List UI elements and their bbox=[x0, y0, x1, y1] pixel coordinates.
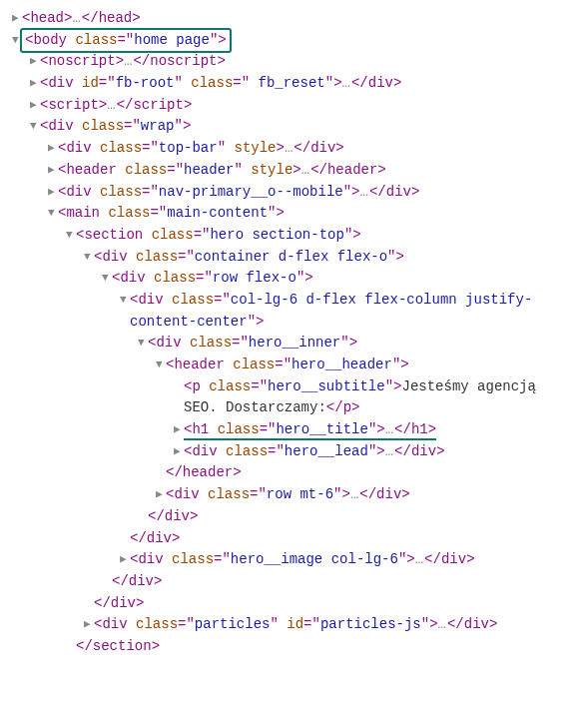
dom-close-tag[interactable]: </div> bbox=[12, 593, 576, 615]
attr-value: hero section-top bbox=[210, 227, 343, 243]
ellipsis: … bbox=[415, 551, 424, 567]
dom-node[interactable]: <div class="row mt-6">…</div> bbox=[12, 484, 576, 506]
ellipsis: … bbox=[72, 10, 81, 26]
collapse-icon[interactable] bbox=[102, 270, 112, 287]
collapse-icon[interactable] bbox=[12, 32, 22, 49]
attr-value: fb_reset bbox=[250, 75, 325, 91]
dom-node[interactable]: <div class="nav-primary__o--mobile">…</d… bbox=[12, 182, 576, 204]
tag-name: div bbox=[174, 486, 199, 502]
attr-value: hero__header bbox=[292, 357, 392, 372]
attr-name: style bbox=[234, 140, 276, 156]
dom-node[interactable]: <div class="wrap"> bbox=[12, 116, 576, 138]
collapse-icon[interactable] bbox=[66, 227, 76, 244]
dom-node[interactable]: <head>…</head> bbox=[12, 8, 576, 30]
attr-name: class bbox=[226, 443, 268, 459]
attr-value: home page bbox=[134, 32, 210, 48]
expand-icon[interactable] bbox=[48, 140, 58, 157]
dom-node[interactable]: <noscript>…</noscript> bbox=[12, 51, 576, 73]
dom-node[interactable]: <header class="hero__header"> bbox=[12, 355, 576, 376]
attr-name: class bbox=[136, 616, 178, 632]
ellipsis: … bbox=[385, 443, 394, 459]
tag-name: div bbox=[138, 292, 163, 308]
expand-icon[interactable] bbox=[174, 421, 184, 438]
attr-name: class bbox=[172, 551, 214, 567]
ellipsis: … bbox=[107, 97, 116, 113]
attr-value: container d-flex flex-o bbox=[195, 249, 387, 265]
expand-icon[interactable] bbox=[48, 184, 58, 201]
attr-name: class bbox=[100, 140, 142, 156]
attr-name: class bbox=[172, 292, 214, 308]
tag-name: div bbox=[138, 551, 163, 567]
attr-name: id bbox=[82, 75, 99, 91]
attr-name: class bbox=[152, 227, 194, 243]
attr-value: hero__title bbox=[276, 421, 367, 437]
attr-value: row mt-6 bbox=[267, 486, 333, 502]
dom-node[interactable]: <h1 class="hero__title">…</h1> bbox=[12, 419, 576, 441]
dom-node[interactable]: <body class="home page"> bbox=[12, 30, 576, 52]
ellipsis: … bbox=[342, 75, 351, 91]
tag-name: h1 bbox=[192, 421, 209, 437]
tag-name: header bbox=[174, 357, 224, 372]
dom-close-tag[interactable]: </header> bbox=[12, 462, 576, 484]
dom-node[interactable]: <script>…</script> bbox=[12, 95, 576, 117]
collapse-icon[interactable] bbox=[156, 357, 166, 373]
dom-node[interactable]: <p class="hero__subtitle">Jesteśmy agenc… bbox=[12, 376, 576, 419]
attr-value: wrap bbox=[141, 118, 175, 134]
collapse-icon[interactable] bbox=[30, 118, 40, 135]
expand-icon[interactable] bbox=[48, 162, 58, 179]
attr-value: top-bar bbox=[159, 140, 218, 156]
dom-node[interactable]: <div class="particles" id="particles-js"… bbox=[12, 614, 576, 636]
dom-node[interactable]: <div class="col-lg-6 d-flex flex-column … bbox=[12, 290, 576, 333]
tag-name: div bbox=[48, 118, 73, 134]
attr-value: main-content bbox=[167, 205, 268, 221]
attr-name: class bbox=[125, 162, 167, 178]
attr-name: class bbox=[233, 357, 275, 372]
expand-icon[interactable] bbox=[174, 443, 184, 460]
dom-close-tag[interactable]: </div> bbox=[12, 571, 576, 593]
dom-tree-viewer: <head>…</head><body class="home page"><n… bbox=[12, 8, 576, 658]
expand-icon[interactable] bbox=[156, 486, 166, 503]
expand-icon[interactable] bbox=[120, 551, 130, 568]
dom-node[interactable]: <section class="hero section-top"> bbox=[12, 225, 576, 247]
tag-name: header bbox=[66, 162, 116, 178]
tag-name: p bbox=[192, 378, 200, 394]
attr-value: row flex-o bbox=[213, 270, 296, 286]
attr-name: class bbox=[209, 378, 251, 394]
dom-node[interactable]: <div class="hero__image col-lg-6">…</div… bbox=[12, 549, 576, 571]
attr-value: header bbox=[184, 162, 234, 178]
collapse-icon[interactable] bbox=[48, 205, 58, 222]
expand-icon[interactable] bbox=[30, 97, 40, 114]
tag-name: div bbox=[156, 335, 181, 351]
tag-name: main bbox=[66, 205, 100, 221]
expand-icon[interactable] bbox=[12, 10, 22, 27]
collapse-icon[interactable] bbox=[120, 292, 130, 309]
attr-value: particles bbox=[195, 616, 271, 632]
expand-icon[interactable] bbox=[30, 53, 40, 70]
dom-node[interactable]: <div class="hero__lead">…</div> bbox=[12, 441, 576, 463]
tag-name: div bbox=[66, 184, 91, 200]
expand-icon[interactable] bbox=[84, 616, 94, 633]
dom-close-tag[interactable]: </div> bbox=[12, 528, 576, 550]
attr-value: hero__lead bbox=[285, 443, 368, 459]
dom-node[interactable]: <div class="top-bar" style>…</div> bbox=[12, 138, 576, 160]
attr-name: class bbox=[218, 421, 260, 437]
attr-name: class bbox=[82, 118, 124, 134]
collapse-icon[interactable] bbox=[138, 335, 148, 352]
tag-name: head bbox=[30, 10, 64, 26]
highlighted-body-tag: <body class="home page"> bbox=[22, 30, 230, 52]
collapse-icon[interactable] bbox=[84, 249, 94, 266]
dom-node[interactable]: <header class="header" style>…</header> bbox=[12, 160, 576, 182]
dom-node[interactable]: <div class="container d-flex flex-o"> bbox=[12, 247, 576, 269]
tag-name: div bbox=[102, 616, 127, 632]
expand-icon[interactable] bbox=[30, 75, 40, 92]
attr-name: class bbox=[108, 205, 150, 221]
dom-close-tag[interactable]: </div> bbox=[12, 506, 576, 528]
attr-value: fb-root bbox=[116, 75, 175, 91]
dom-node[interactable]: <div class="hero__inner"> bbox=[12, 333, 576, 355]
dom-node[interactable]: <div id="fb-root" class=" fb_reset">…</d… bbox=[12, 73, 576, 95]
tag-name: div bbox=[102, 249, 127, 265]
dom-close-tag[interactable]: </section> bbox=[12, 636, 576, 658]
pointer-arrow bbox=[12, 658, 588, 666]
dom-node[interactable]: <main class="main-content"> bbox=[12, 203, 576, 225]
dom-node[interactable]: <div class="row flex-o"> bbox=[12, 268, 576, 290]
